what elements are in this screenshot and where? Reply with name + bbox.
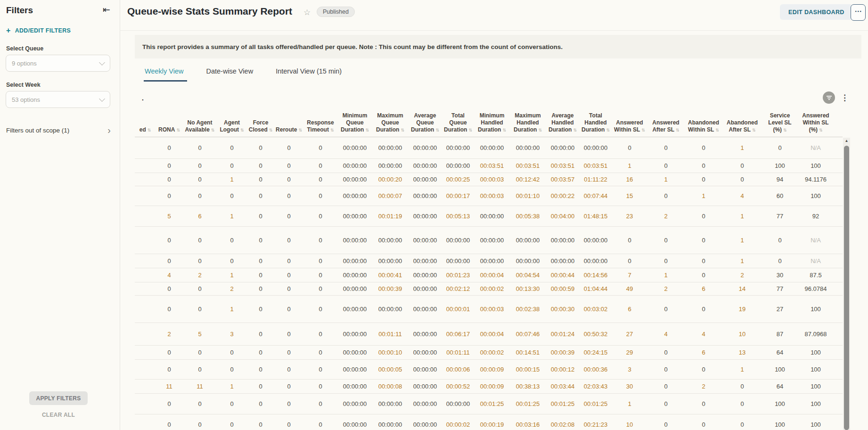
sort-icon[interactable]: ⇅ [401,128,404,132]
collapse-sidebar-icon[interactable]: ⇤ [103,4,110,15]
table-cell: 1 [612,400,647,407]
header-cell[interactable]: Maximum Handled Duration⇅ [510,105,546,137]
table-cell: 0 [156,176,183,183]
header-cell[interactable]: Minimum Handled Duration⇅ [474,105,510,137]
table-cell: N/A [798,144,833,151]
table-cell: 0 [247,272,274,279]
select-week-label: Select Week [6,82,41,88]
header-cell[interactable]: RONA⇅ [156,105,183,137]
table-cell: 1 [723,144,762,151]
table-cell: 6 [684,285,723,292]
select-queue-dropdown[interactable]: 9 options [6,55,110,72]
header-cell[interactable]: Force Closed⇅ [247,105,274,137]
table-cell: 2 [647,213,684,220]
more-options-button[interactable]: ⋯ [851,4,866,21]
table-cell: 00:00:00 [337,144,372,151]
sort-icon[interactable]: ⇅ [298,128,302,132]
table-row: 00100000:00:0000:00:2000:00:0000:00:2500… [135,173,843,186]
table-cell: 00:00:00 [337,237,372,244]
sort-icon[interactable]: ⇅ [435,128,439,132]
header-cell[interactable]: Maximum Queue Duration⇅ [372,105,408,137]
table-cell: 1 [723,257,762,265]
sort-icon[interactable]: ⇅ [365,128,369,132]
sort-icon[interactable]: ⇅ [641,128,645,132]
table-cell: 0 [303,257,337,265]
table-cell: 00:00:41 [372,272,408,279]
sort-icon[interactable]: ⇅ [269,128,273,132]
table-cell: 1 [723,366,762,373]
table-cell: 00:00:00 [474,213,510,220]
sort-icon[interactable]: ⇅ [715,128,719,132]
scroll-up-arrow[interactable]: ▲ [843,139,850,143]
table-cell: 4 [723,192,762,199]
filters-title: Filters [6,5,33,16]
header-cell[interactable]: Agent Logout⇅ [217,105,247,137]
table-cell: 00:00:00 [474,144,510,151]
table-cell: 10 [612,421,647,428]
table-cell: 00:01:10 [510,192,546,199]
select-week-dropdown[interactable]: 53 options [6,91,110,108]
sort-icon[interactable]: ⇅ [502,128,506,132]
header-cell[interactable]: No Agent Available⇅ [183,105,217,137]
sort-icon[interactable]: ⇅ [211,128,215,132]
header-cell[interactable]: Abandoned After SL⇅ [723,105,762,137]
table-cell: 00:00:00 [408,400,442,407]
table-cell: 00:01:25 [580,400,612,407]
header-cell[interactable]: Service Level SL (%)⇅ [762,105,798,137]
sort-icon[interactable]: ⇅ [573,128,577,132]
sort-icon[interactable]: ⇅ [676,128,680,132]
filters-out-of-scope-row[interactable]: Filters out of scope (1) › [6,125,111,135]
scrollbar-thumb[interactable] [844,146,849,430]
table-cell: 5 [183,331,217,338]
tab-date-wise-view[interactable]: Date-wise View [206,67,253,82]
header-cell[interactable]: Abandoned Within SL⇅ [684,105,723,137]
table-cell: 00:01:11 [372,331,408,338]
table-cell: 0 [723,176,762,183]
sort-icon[interactable]: ⇅ [819,128,823,132]
sort-icon[interactable]: ⇅ [240,128,244,132]
table-cell: 00:03:16 [510,421,546,428]
sort-icon[interactable]: ⇅ [538,128,542,132]
header-cell[interactable]: Response Timeout⇅ [303,105,337,137]
table-cell: 00:01:25 [474,400,510,407]
header-cell[interactable]: Answered Within SL⇅ [612,105,647,137]
table-cell: 0 [723,400,762,407]
table-cell: 00:00:00 [337,349,372,356]
header-cell[interactable]: Average Handled Duration⇅ [546,105,580,137]
header-cell[interactable]: Average Queue Duration⇅ [408,105,442,137]
table-cell: 0 [274,306,303,313]
sort-icon[interactable]: ⇅ [147,128,151,132]
tab-weekly-view[interactable]: Weekly View [145,67,183,82]
header-cell[interactable]: Total Queue Duration⇅ [442,105,474,137]
sort-icon[interactable]: ⇅ [783,128,787,132]
apply-filters-button[interactable]: APPLY FILTERS [29,391,88,405]
table-cell: 1 [647,272,684,279]
header-cell[interactable]: Answered Within SL (%)⇅ [798,105,833,137]
table-cell: 100 [798,162,833,169]
table-menu-kebab-icon[interactable]: ⋮ [841,93,849,103]
table-cell: 0 [274,331,303,338]
table-cell: 01:04:44 [580,285,612,292]
table-cell: 14 [723,285,762,292]
table-cell: 00:00:00 [442,237,474,244]
edit-dashboard-button[interactable]: EDIT DASHBOARD [780,4,853,20]
star-icon[interactable]: ☆ [303,8,311,17]
sort-icon[interactable]: ⇅ [468,128,472,132]
sort-icon[interactable]: ⇅ [176,128,180,132]
table-vertical-scrollbar[interactable]: ▲ [843,138,850,430]
header-cell[interactable]: Total Handled Duration⇅ [580,105,612,137]
table-cell: 0 [684,272,723,279]
sort-icon[interactable]: ⇅ [752,128,756,132]
sort-icon[interactable]: ⇅ [330,128,334,132]
table-cell: 00:00:00 [408,257,442,265]
tab-interval-view[interactable]: Interval View (15 min) [276,67,342,82]
add-edit-filters-button[interactable]: + ADD/EDIT FILTERS [6,26,71,35]
header-cell[interactable]: Reroute⇅ [274,105,303,137]
header-cell[interactable]: Minimum Queue Duration⇅ [337,105,372,137]
table-cell: 0 [723,383,762,390]
table-filter-icon[interactable] [823,91,835,104]
header-cell[interactable]: Answered After SL⇅ [647,105,684,137]
sort-icon[interactable]: ⇅ [606,128,610,132]
header-cell[interactable]: ed⇅ [135,105,156,137]
clear-all-button[interactable]: CLEAR ALL [29,412,88,418]
